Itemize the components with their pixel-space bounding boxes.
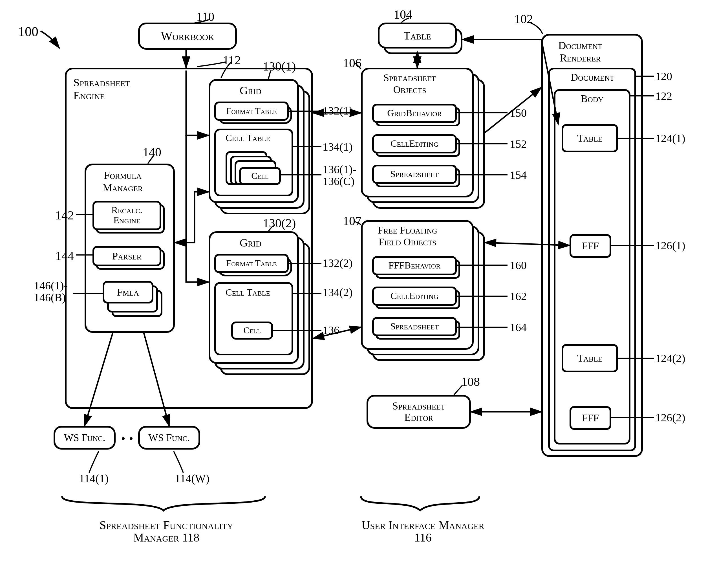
ref-120: 120 xyxy=(655,71,672,82)
workbook-box: Workbook xyxy=(138,23,237,50)
caption-116: User Interface Manager 116 xyxy=(349,519,496,544)
caption-118: Spreadsheet Functionality Manager 118 xyxy=(90,519,242,544)
grid2-format-table: Format Table xyxy=(214,254,289,273)
body-title: Body xyxy=(581,94,603,104)
document-renderer-title: Document Renderer xyxy=(558,40,602,64)
document-title: Document xyxy=(571,72,614,83)
ref-130-2: 130(2) xyxy=(263,217,296,230)
ref-102: 102 xyxy=(514,12,533,25)
gridbehavior: GridBehavior xyxy=(372,104,457,123)
ref-136-1c: 136(1)- 136(C) xyxy=(322,163,356,187)
spreadsheet-engine-title: Spreadsheet Engine xyxy=(73,76,130,102)
ref-132-2: 132(2) xyxy=(322,257,353,269)
ref-150: 150 xyxy=(510,107,527,119)
ref-144: 144 xyxy=(55,249,74,262)
ws-func-1: WS Func. xyxy=(54,426,115,450)
ref-124-1: 124(1) xyxy=(655,132,685,144)
table104: Table xyxy=(378,23,457,49)
ref-134-1: 134(1) xyxy=(322,141,353,153)
body-table2: Table xyxy=(562,344,618,372)
spreadsheet-objects-title: Spreadsheet Objects xyxy=(384,72,436,96)
ref-160: 160 xyxy=(510,259,527,271)
grid1-title: Grid xyxy=(240,84,261,97)
ref-146: 146(1)- 146(B) xyxy=(34,280,68,303)
spreadsheet2: Spreadsheet xyxy=(372,317,457,336)
ref-114-w: 114(W) xyxy=(175,473,209,484)
ref-112: 112 xyxy=(223,54,241,67)
ref-126-1: 126(1) xyxy=(655,240,685,252)
ref-124-2: 124(2) xyxy=(655,353,685,364)
ref-142: 142 xyxy=(55,209,74,222)
ref-114-1: 114(1) xyxy=(79,473,108,484)
parser: Parser xyxy=(93,246,161,266)
dot2 xyxy=(130,437,132,440)
ref-106: 106 xyxy=(343,56,361,69)
recalc-engine: Recalc. Engine xyxy=(93,201,161,230)
ref-107: 107 xyxy=(343,214,361,227)
ref-152: 152 xyxy=(510,138,527,150)
cellediting1: CellEditing xyxy=(372,134,457,153)
fffbehavior: FFFBehavior xyxy=(372,256,457,275)
dot1 xyxy=(122,437,125,440)
ref-108: 108 xyxy=(461,375,480,388)
ref-164: 164 xyxy=(510,322,527,333)
grid2-cell-table-title: Cell Table xyxy=(226,288,270,298)
ref-132-1: 132(1) xyxy=(322,105,353,117)
ref-162: 162 xyxy=(510,290,527,302)
spreadsheet1: Spreadsheet xyxy=(372,165,457,184)
fmla: Fmla xyxy=(103,281,153,303)
ref-134-2: 134(2) xyxy=(322,286,353,298)
ref-110: 110 xyxy=(196,10,214,23)
ref-130-1: 130(1) xyxy=(263,60,296,73)
grid2-title: Grid xyxy=(240,237,261,249)
grid1-cell-table-title: Cell Table xyxy=(226,133,270,143)
grid1-format-table: Format Table xyxy=(214,102,289,121)
ref-154: 154 xyxy=(510,169,527,181)
ws-func-w: WS Func. xyxy=(138,426,200,450)
ref-126-2: 126(2) xyxy=(655,412,685,424)
grid2-cell: Cell xyxy=(231,322,273,339)
ref-140: 140 xyxy=(143,146,161,158)
ref-122: 122 xyxy=(655,90,672,102)
body-fff2: FFF xyxy=(570,406,611,430)
body-fff1: FFF xyxy=(570,234,611,258)
cellediting2: CellEditing xyxy=(372,286,457,306)
fff-objects-title: Free Floating Field Objects xyxy=(378,225,437,248)
body-table1: Table xyxy=(562,124,618,152)
grid1-cell: Cell xyxy=(239,167,281,185)
ref-100: 100 xyxy=(18,25,38,39)
ref-104: 104 xyxy=(394,8,412,21)
spreadsheet-editor: Spreadsheet Editor xyxy=(367,395,471,429)
ref-136: 136 xyxy=(322,324,339,336)
formula-manager-title: Formula Manager xyxy=(103,169,143,194)
